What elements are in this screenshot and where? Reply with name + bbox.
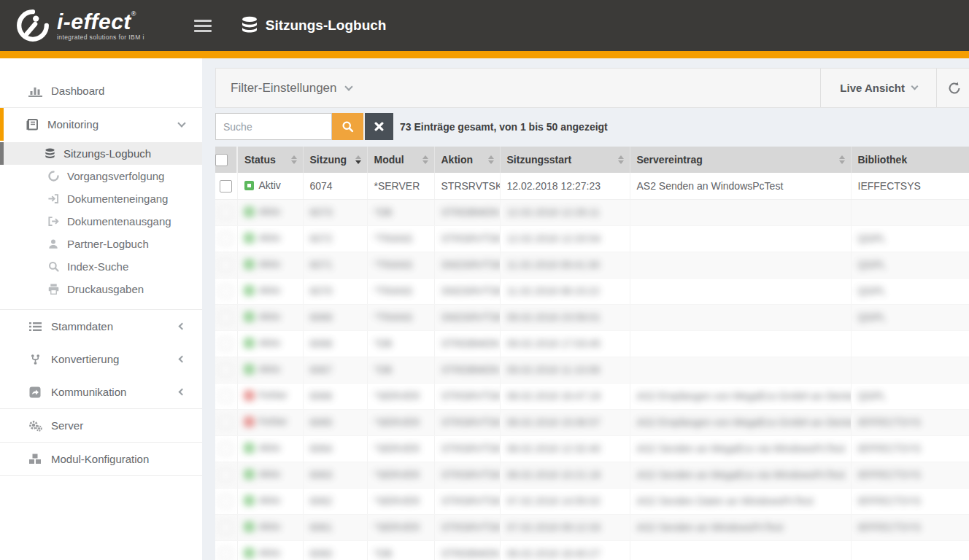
sidebar-item-dashboard[interactable]: Dashboard: [0, 74, 202, 107]
cell-sitzungsstart: 12.02.2018 12:20:54: [501, 233, 606, 244]
select-all-checkbox[interactable]: [215, 154, 228, 166]
row-checkbox[interactable]: [220, 364, 232, 376]
table-row[interactable]: Aktiv 6067 *DB STRDBMON 09.02.2018 11:10…: [215, 357, 969, 383]
row-checkbox[interactable]: [220, 259, 232, 271]
row-checkbox[interactable]: [220, 180, 232, 192]
column-header-sitzungsstart[interactable]: Sitzungsstart: [500, 147, 630, 173]
column-header-bibliothek[interactable]: Bibliothek: [851, 147, 969, 173]
status-icon: [244, 417, 254, 427]
cell-servereintrag: AS2 Senden an MegaEco via WindowsPcTest: [630, 469, 852, 481]
cell-sitzung: 6064: [304, 443, 339, 454]
row-checkbox[interactable]: [220, 390, 232, 402]
sidebar: Dashboard Monitoring Sitzungs-Logbuch Vo…: [0, 58, 202, 560]
database-icon: [42, 148, 57, 160]
table-row[interactable]: Aktiv 6069 *TRANS SNDSRVTSK 09.02.2018 2…: [215, 304, 969, 330]
table-row[interactable]: Aktiv 6074 *SERVER STRSRVTSK 12.02.2018 …: [215, 173, 969, 199]
live-view-dropdown[interactable]: Live Ansicht: [820, 69, 936, 107]
sidebar-item-dokumentenausgang[interactable]: Dokumentenausgang: [0, 210, 202, 233]
sort-arrows-icon[interactable]: [422, 155, 428, 164]
cell-status: Aktiv: [259, 258, 281, 270]
row-checkbox[interactable]: [220, 416, 232, 429]
status-icon: [244, 312, 254, 322]
sidebar-item-label: Monitoring: [47, 118, 99, 131]
search-input[interactable]: [215, 113, 332, 140]
sidebar-item-vorgangsverfolgung[interactable]: Vorgangsverfolgung: [0, 165, 202, 187]
status-icon: [244, 286, 254, 295]
row-checkbox[interactable]: [220, 311, 232, 324]
sidebar-item-label: Vorgangsverfolgung: [67, 170, 164, 182]
cell-aktion: STRSRVTSK: [435, 180, 501, 192]
table-row[interactable]: Aktiv 6064 *SERVER STRSRVTSK 08.02.2018 …: [215, 435, 969, 462]
cell-status: Aktiv: [259, 547, 281, 559]
table-row[interactable]: Aktiv 6071 *TRANS SNDSRVTSK 11.02.2018 0…: [215, 252, 969, 278]
table-row[interactable]: Aktiv 6070 *TRANS SNDSRVTSK 11.02.2018 0…: [215, 278, 969, 304]
row-checkbox[interactable]: [220, 469, 232, 481]
column-header-sitzung[interactable]: Sitzung: [303, 147, 367, 173]
sidebar-item-label: Dokumentenausgang: [67, 215, 171, 228]
table-row[interactable]: Aktiv 6061 *SERVER STRSRVTSK 07.02.2018 …: [215, 514, 969, 540]
sidebar-item-partner-logbuch[interactable]: Partner-Logbuch: [0, 233, 202, 255]
top-header-bar: i-effect® integrated solutions for IBM i…: [0, 0, 969, 51]
row-checkbox[interactable]: [220, 548, 232, 560]
sidebar-item-label: Kommunikation: [51, 386, 126, 398]
cell-status: Aktiv: [259, 337, 281, 349]
circle-notch-icon: [46, 171, 61, 182]
table-row[interactable]: Fehler 6065 *SERVER STRSRVTSK 08.02.2018…: [215, 409, 969, 435]
table-row[interactable]: Fehler 6066 *SERVER STRSRVTSK 08.02.2018…: [215, 383, 969, 409]
search-button[interactable]: [332, 113, 363, 140]
sidebar-item-kommunikation[interactable]: Kommunikation: [0, 376, 202, 408]
accent-bar: [0, 51, 969, 58]
row-checkbox[interactable]: [220, 285, 232, 298]
cell-sitzungsstart: 12.02.2018 12:27:23: [501, 180, 606, 192]
cell-modul: *DB: [368, 364, 398, 376]
sidebar-item-stammdaten[interactable]: Stammdaten: [0, 310, 202, 343]
sort-arrows-icon[interactable]: [618, 155, 624, 164]
row-checkbox[interactable]: [220, 338, 232, 350]
monitoring-submenu: Sitzungs-Logbuch Vorgangsverfolgung Doku…: [0, 141, 202, 309]
sort-arrows-icon[interactable]: [488, 155, 494, 164]
column-header-modul[interactable]: Modul: [367, 147, 434, 173]
cell-sitzungsstart: 07.02.2018 14:55:02: [501, 495, 606, 507]
refresh-button[interactable]: [936, 69, 969, 107]
row-checkbox[interactable]: [220, 521, 232, 534]
sidebar-item-index-suche[interactable]: Index-Suche: [0, 255, 202, 278]
sort-arrows-icon[interactable]: [291, 155, 297, 164]
sort-arrows-icon[interactable]: [839, 155, 845, 164]
hamburger-menu-icon[interactable]: [194, 20, 212, 32]
table-row[interactable]: Aktiv 6073 *DB STRDBMON 12.02.2018 12:26…: [215, 199, 969, 225]
status-icon: [244, 443, 254, 453]
sidebar-item-dokumenteneingang[interactable]: Dokumenteneingang: [0, 187, 202, 210]
cell-status: Aktiv: [259, 363, 281, 375]
sidebar-item-sitzungs-logbuch[interactable]: Sitzungs-Logbuch: [0, 142, 202, 165]
sidebar-item-konvertierung[interactable]: Konvertierung: [0, 343, 202, 376]
sidebar-item-modul-konfiguration[interactable]: Modul-Konfiguration: [0, 443, 202, 475]
column-header-status[interactable]: Status: [237, 147, 303, 173]
sidebar-item-server[interactable]: Server: [0, 409, 202, 442]
row-checkbox[interactable]: [220, 206, 232, 219]
live-view-label: Live Ansicht: [840, 82, 905, 94]
cell-modul: *TRANS: [368, 311, 419, 323]
sidebar-item-druckausgaben[interactable]: Druckausgaben: [0, 278, 202, 300]
table-row[interactable]: Aktiv 6072 *TRANS STRSRVTSK 12.02.2018 1…: [215, 225, 969, 252]
column-header-aktion[interactable]: Aktion: [434, 147, 500, 173]
cell-sitzungsstart: 09.02.2018 17:03:45: [501, 338, 606, 349]
cell-sitzung: 6067: [304, 364, 339, 376]
table-row[interactable]: Aktiv 6068 *DB STRDBMON 09.02.2018 17:03…: [215, 330, 969, 357]
table-row[interactable]: Aktiv 6062 *SERVER STRSRVTSK 07.02.2018 …: [215, 488, 969, 514]
sort-arrows-icon[interactable]: [355, 155, 361, 164]
sidebar-item-label: Dashboard: [51, 85, 104, 97]
cell-status: Aktiv: [259, 179, 281, 191]
table-row[interactable]: Aktiv 6063 *SERVER STRSRVTSK 08.02.2018 …: [215, 462, 969, 488]
search-toolbar: 73 Einträge gesamt, von 1 bis 50 angezei…: [215, 113, 969, 140]
search-icon: [341, 120, 354, 133]
row-checkbox[interactable]: [220, 495, 232, 508]
clear-search-button[interactable]: [365, 113, 393, 140]
cell-sitzungsstart: 11.02.2018 08:15:22: [501, 285, 606, 297]
filter-settings-toggle[interactable]: Filter-Einstellungen: [216, 81, 352, 96]
cell-modul: *SERVER: [368, 469, 426, 481]
table-row[interactable]: Aktiv 6060 *DB STRDBMON 06.02.2018 18:40…: [215, 540, 969, 560]
row-checkbox[interactable]: [220, 233, 232, 245]
sidebar-item-monitoring[interactable]: Monitoring: [0, 108, 202, 141]
row-checkbox[interactable]: [220, 443, 232, 455]
column-header-servereintrag[interactable]: Servereintrag: [630, 147, 851, 173]
